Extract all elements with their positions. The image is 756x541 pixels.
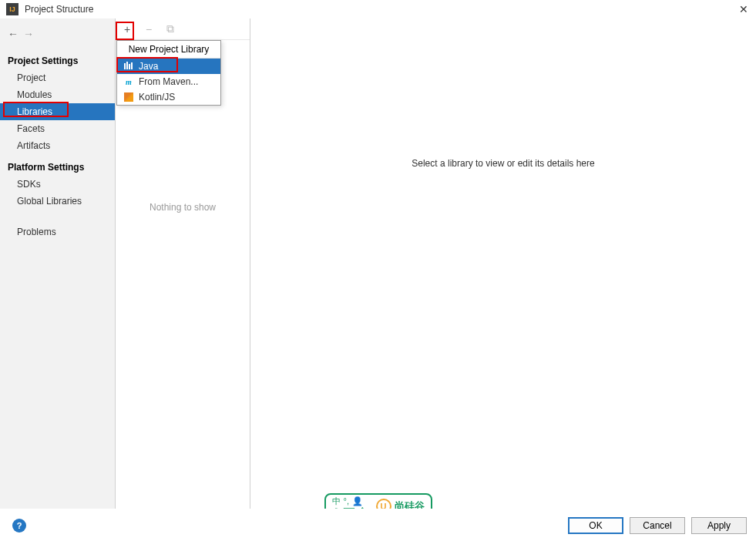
wm-glyph: °, <box>344 496 349 506</box>
forward-icon[interactable]: → <box>23 28 34 40</box>
popup-item-kotlinjs[interactable]: Kotlin/JS <box>117 89 220 105</box>
sidebar-item-modules[interactable]: Modules <box>0 86 115 103</box>
sidebar-item-facets[interactable]: Facets <box>0 120 115 137</box>
popup-item-maven[interactable]: m From Maven... <box>117 74 220 89</box>
spacer <box>0 210 115 223</box>
popup-item-label: Java <box>139 61 158 72</box>
popup-header: New Project Library <box>117 41 220 59</box>
main-area: ← → Project Settings Project Modules Lib… <box>0 18 756 509</box>
maven-icon: m <box>123 76 134 87</box>
dialog-footer: ? OK Cancel Apply <box>0 509 756 541</box>
close-icon[interactable]: ✕ <box>739 3 748 15</box>
section-project-settings: Project Settings <box>0 52 115 69</box>
sidebar: ← → Project Settings Project Modules Lib… <box>0 18 116 509</box>
sidebar-item-project[interactable]: Project <box>0 69 115 86</box>
popup-item-label: Kotlin/JS <box>139 92 175 102</box>
section-platform-settings: Platform Settings <box>0 159 115 176</box>
java-icon <box>123 61 134 72</box>
app-icon-text: IJ <box>9 5 15 13</box>
app-icon: IJ <box>6 3 18 15</box>
cancel-button[interactable]: Cancel <box>630 517 685 534</box>
sidebar-item-problems[interactable]: Problems <box>0 223 115 240</box>
add-library-button[interactable]: + <box>120 22 134 36</box>
remove-library-button[interactable]: − <box>142 22 156 36</box>
sidebar-item-libraries[interactable]: Libraries <box>0 103 115 120</box>
sidebar-item-sdks[interactable]: SDKs <box>0 176 115 193</box>
kotlin-icon <box>123 92 134 102</box>
back-icon[interactable]: ← <box>8 28 18 40</box>
popup-item-label: From Maven... <box>139 76 198 87</box>
window-title: Project Structure <box>25 4 93 15</box>
libraries-toolbar: + − ⧉ <box>116 18 250 40</box>
apply-button[interactable]: Apply <box>691 517 747 534</box>
wm-glyph: 👤 <box>352 496 363 506</box>
sidebar-item-artifacts[interactable]: Artifacts <box>0 137 115 154</box>
detail-panel: Select a library to view or edit its det… <box>250 18 756 509</box>
svg-rect-2 <box>129 64 130 69</box>
wm-glyph: 中 <box>332 496 341 506</box>
help-icon[interactable]: ? <box>12 519 26 533</box>
titlebar: IJ Project Structure ✕ <box>0 0 756 18</box>
new-library-popup: New Project Library Java m From Maven...… <box>116 40 221 106</box>
copy-library-button[interactable]: ⧉ <box>163 22 177 36</box>
ok-button[interactable]: OK <box>568 517 623 534</box>
svg-rect-0 <box>124 63 126 69</box>
popup-item-java[interactable]: Java <box>117 59 220 74</box>
sidebar-item-global-libraries[interactable]: Global Libraries <box>0 193 115 210</box>
detail-placeholder: Select a library to view or edit its det… <box>412 158 594 169</box>
svg-rect-3 <box>131 62 133 69</box>
svg-rect-1 <box>126 62 128 69</box>
nav-history: ← → <box>0 23 115 48</box>
